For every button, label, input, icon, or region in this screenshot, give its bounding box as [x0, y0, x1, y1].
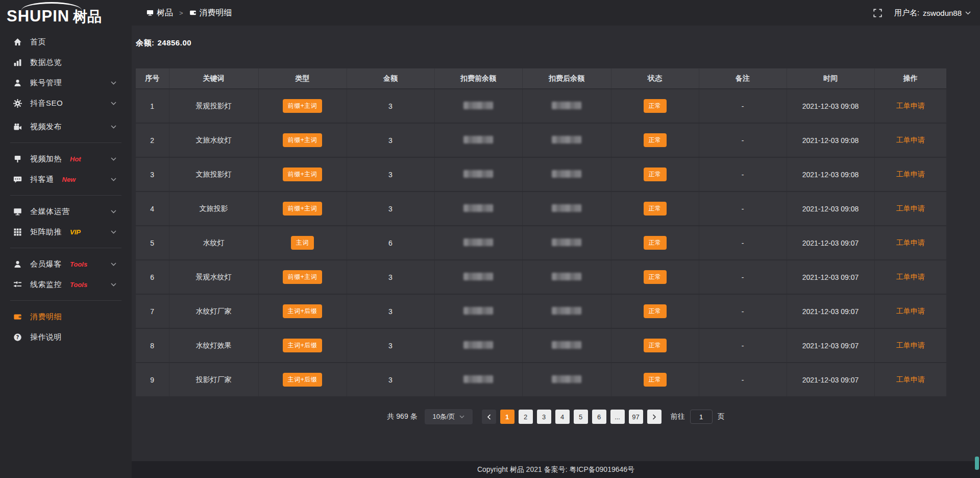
cell-type: 主词+后缀: [258, 328, 347, 363]
sidebar-divider: [10, 142, 121, 143]
sidebar-item-instructions[interactable]: ? 操作说明: [0, 327, 132, 347]
cell-balance-before: [434, 328, 522, 363]
chevron-down-icon: [111, 262, 116, 266]
sidebar-item-video-heat[interactable]: 视频加热 Hot: [0, 149, 132, 169]
sidebar-item-home[interactable]: 首页: [0, 32, 132, 52]
ticket-request-link[interactable]: 工单申请: [896, 341, 925, 349]
cell-amount: 3: [347, 260, 434, 294]
col-balance-before: 扣费前余额: [434, 68, 522, 89]
cell-index: 4: [136, 192, 169, 226]
sidebar-item-douyin-seo[interactable]: 抖音SEO: [0, 93, 132, 113]
page-button[interactable]: 6: [592, 410, 606, 424]
cell-amount: 3: [347, 328, 434, 363]
sidebar-item-consumption-detail[interactable]: 消费明细: [0, 306, 132, 327]
sidebar-item-label: 首页: [30, 37, 46, 47]
redacted-value: [552, 204, 581, 212]
goto-label: 前往: [671, 412, 685, 421]
sidebar-item-all-media[interactable]: 全媒体运营: [0, 201, 132, 222]
main-content: 余额:24856.00 序号 关键词 类型 金额 扣费前余额 扣费后余额 状态 …: [132, 26, 980, 478]
ticket-request-link[interactable]: 工单申请: [896, 136, 925, 144]
ticket-request-link[interactable]: 工单申请: [896, 102, 925, 110]
cell-status: 正常: [611, 157, 699, 192]
status-badge: 正常: [644, 236, 667, 250]
sidebar-item-label: 视频加热: [30, 154, 62, 164]
breadcrumb-separator: >: [179, 9, 183, 17]
cell-balance-after: [522, 226, 611, 260]
cell-action: 工单申请: [874, 226, 946, 260]
page-button[interactable]: ...: [610, 410, 625, 424]
user-icon: [13, 79, 22, 87]
page-button[interactable]: 97: [629, 410, 643, 424]
col-status: 状态: [611, 68, 699, 89]
cell-remark: -: [699, 123, 787, 157]
type-badge: 主词+后缀: [283, 304, 323, 318]
sidebar-item-member-burst[interactable]: 会员爆客 Tools: [0, 254, 132, 274]
next-page-button[interactable]: [647, 410, 662, 424]
breadcrumb-root-label: 树品: [157, 8, 173, 18]
table-header-row: 序号 关键词 类型 金额 扣费前余额 扣费后余额 状态 备注 时间 操作: [136, 68, 946, 89]
page-size-select[interactable]: 10条/页: [425, 409, 473, 424]
prev-page-button[interactable]: [482, 410, 496, 424]
col-type: 类型: [258, 68, 347, 89]
cell-balance-after: [522, 260, 611, 294]
sidebar-item-doketong[interactable]: 抖客通 New: [0, 169, 132, 189]
cell-keyword: 文旅投影灯: [169, 157, 258, 192]
cell-action: 工单申请: [874, 123, 946, 157]
tools-tag: Tools: [70, 260, 87, 268]
sidebar-item-account[interactable]: 账号管理: [0, 73, 132, 93]
cell-action: 工单申请: [874, 260, 946, 294]
ticket-request-link[interactable]: 工单申请: [896, 170, 925, 178]
sidebar-item-lead-monitor[interactable]: 线索监控 Tools: [0, 274, 132, 295]
type-badge: 前缀+主词: [283, 202, 323, 216]
cell-time: 2021-12-03 09:07: [787, 363, 874, 397]
ticket-request-link[interactable]: 工单申请: [896, 307, 925, 315]
sidebar-item-label: 视频发布: [30, 122, 62, 132]
cell-index: 1: [136, 89, 169, 123]
breadcrumb-root[interactable]: 树品: [146, 8, 173, 18]
ticket-request-link[interactable]: 工单申请: [896, 238, 925, 247]
sidebar-item-label: 账号管理: [30, 78, 62, 88]
cell-action: 工单申请: [874, 192, 946, 226]
sidebar-item-label: 全媒体运营: [30, 207, 70, 217]
sidebar-divider: [10, 248, 121, 248]
cell-index: 3: [136, 157, 169, 192]
chevron-down-icon: [459, 415, 464, 418]
sidebar-item-matrix-boost[interactable]: 矩阵助推 VIP: [0, 222, 132, 242]
sidebar-item-data-overview[interactable]: 数据总览: [0, 52, 132, 73]
username-label: 用户名:: [894, 8, 919, 18]
vip-tag: VIP: [70, 228, 81, 236]
page-button[interactable]: 1: [500, 410, 514, 424]
table-row: 3 文旅投影灯 前缀+主词 3 正常 - 2021-12-03 09:08 工单…: [136, 157, 946, 192]
scrollbar-thumb[interactable]: [975, 457, 979, 470]
sidebar-item-label: 抖音SEO: [30, 99, 63, 108]
cell-balance-after: [522, 328, 611, 363]
cell-status: 正常: [611, 328, 699, 363]
page-button[interactable]: 5: [574, 410, 588, 424]
pagination-total: 共 969 条: [387, 412, 417, 421]
goto-page-input[interactable]: [690, 410, 713, 424]
col-remark: 备注: [699, 68, 787, 89]
cell-status: 正常: [611, 123, 699, 157]
top-header: 树品 > 消费明细 用户名: zswodun88: [132, 0, 980, 26]
chat-icon: [13, 175, 22, 184]
type-badge: 前缀+主词: [283, 99, 323, 113]
cell-status: 正常: [611, 226, 699, 260]
chevron-down-icon: [111, 283, 116, 286]
redacted-value: [552, 341, 581, 349]
sidebar-item-label: 消费明细: [30, 312, 62, 322]
page-button[interactable]: 4: [555, 410, 570, 424]
fullscreen-icon[interactable]: [873, 9, 882, 17]
ticket-request-link[interactable]: 工单申请: [896, 375, 925, 384]
sidebar-item-video-publish[interactable]: 视频发布: [0, 116, 132, 137]
ticket-request-link[interactable]: 工单申请: [896, 273, 925, 281]
cell-type: 前缀+主词: [258, 123, 347, 157]
copyright-text: Copyright 树品 2021 备案号: 粤ICP备09019646号: [477, 465, 634, 474]
page-button[interactable]: 3: [537, 410, 551, 424]
user-menu[interactable]: 用户名: zswodun88: [894, 8, 971, 18]
page-button[interactable]: 2: [519, 410, 533, 424]
table-row: 2 文旅水纹灯 前缀+主词 3 正常 - 2021-12-03 09:08 工单…: [136, 123, 946, 157]
cell-keyword: 水纹灯厂家: [169, 294, 258, 328]
sidebar-menu: 首页 数据总览 账号管理 抖音SEO 视频发布 视频加热 Hot: [0, 30, 132, 347]
cell-balance-after: [522, 89, 611, 123]
ticket-request-link[interactable]: 工单申请: [896, 204, 925, 212]
